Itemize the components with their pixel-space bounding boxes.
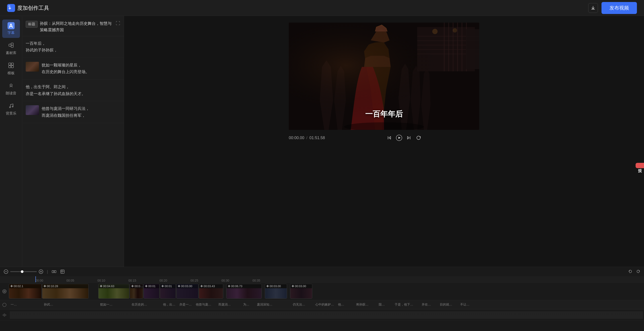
svg-rect-35 bbox=[52, 270, 54, 273]
svg-point-38 bbox=[3, 289, 6, 293]
clip-2[interactable]: ✤ 00:10.28 bbox=[42, 284, 88, 299]
subtitle-label-11: 庞涓深知… bbox=[255, 303, 290, 307]
entry-4-thumb bbox=[26, 105, 39, 115]
subtitle-label-12: 仍无法… bbox=[291, 303, 313, 307]
ruler-marks: 00:00 00:05 00:10 00:15 00:20 00:25 00:3… bbox=[36, 276, 284, 282]
svg-point-40 bbox=[3, 303, 6, 307]
subtitle-label-8: 他曾与庞… bbox=[194, 303, 216, 307]
play-button[interactable] bbox=[394, 133, 404, 143]
sidebar-item-assets[interactable]: 素材库 bbox=[2, 40, 20, 58]
zoom-in-button[interactable] bbox=[38, 269, 44, 274]
template-icon bbox=[8, 63, 14, 70]
split-button[interactable] bbox=[52, 269, 56, 274]
video-controls: 00:00.00 / 01:51.58 bbox=[289, 130, 479, 143]
sidebar-item-narration[interactable]: 朗读音 bbox=[2, 80, 20, 98]
svg-point-2 bbox=[8, 5, 10, 7]
redo-button[interactable] bbox=[636, 269, 640, 274]
entry-2-line-1: 犹如一颗璀璨的星辰， bbox=[42, 62, 120, 69]
clip-10[interactable]: ✤ 00:03.00 bbox=[265, 284, 287, 299]
entry-3-text: 他，出生于阿、郢之间， 亦是一名承继了孙武血脉的天才。 bbox=[26, 84, 120, 97]
time-total: 01:51.58 bbox=[310, 136, 325, 140]
ruler-mark-2: 00:10 bbox=[98, 279, 128, 282]
sidebar-item-template[interactable]: 模板 bbox=[2, 60, 20, 78]
header-actions: 发布视频 bbox=[588, 2, 637, 14]
clip-10-header: ✤ 00:03.00 bbox=[265, 284, 287, 288]
playhead bbox=[36, 276, 36, 282]
clip-3[interactable]: ✤ 00:04.63 bbox=[98, 284, 129, 299]
entry-4-line-1: 他曾与庞涓一同研习兵法， bbox=[42, 105, 120, 112]
script-entry-4[interactable]: 他曾与庞涓一同研习兵法， 而庞涓在魏国担任将军， bbox=[22, 101, 124, 123]
zoom-slider bbox=[4, 269, 44, 274]
expand-icon[interactable]: ⛶ bbox=[116, 21, 120, 26]
subtitle-label-13: 心中的嫉妒与不平… bbox=[314, 303, 336, 307]
sidebar-label-template: 模板 bbox=[8, 71, 14, 76]
thumb-inner-2 bbox=[26, 62, 39, 72]
skip-back-button[interactable] bbox=[384, 133, 394, 143]
entry-2-thumb bbox=[26, 62, 39, 72]
sidebar-item-bgm[interactable]: 背景乐 bbox=[2, 100, 20, 119]
svg-rect-7 bbox=[9, 63, 11, 65]
clip-5[interactable]: ✤ 00:01 bbox=[144, 284, 160, 299]
track-label-video bbox=[0, 289, 9, 293]
track-label-subtitle bbox=[0, 303, 9, 307]
time-current: 00:00.00 bbox=[289, 136, 304, 140]
audio-waveform bbox=[10, 311, 643, 319]
svg-point-12 bbox=[9, 107, 10, 108]
track-label-audio bbox=[0, 313, 9, 317]
publish-button[interactable]: 发布视频 bbox=[602, 2, 637, 14]
clip-7[interactable]: ✤ 00:03.00 bbox=[176, 284, 198, 299]
clip-9[interactable]: ✤ 00:06.73 bbox=[226, 284, 262, 299]
clip-8-header: ✤ 00:03.43 bbox=[199, 284, 223, 288]
narration-icon bbox=[8, 83, 14, 90]
svg-point-13 bbox=[12, 106, 13, 107]
entry-4-line-2: 而庞涓在魏国担任将军， bbox=[42, 112, 120, 119]
header: + 度加创作工具 发布视频 bbox=[0, 0, 644, 16]
download-icon bbox=[591, 6, 596, 11]
clip-gap-1 bbox=[89, 284, 98, 299]
svg-rect-5 bbox=[11, 43, 13, 45]
clip-2-header: ✤ 00:10.28 bbox=[42, 284, 88, 288]
sidebar-label-narration: 朗读音 bbox=[6, 91, 16, 96]
sidebar-label-assets: 素材库 bbox=[6, 51, 16, 55]
entry-1-line-1: 一百年后， bbox=[26, 40, 120, 47]
clip-6[interactable]: ✤ 00:01 bbox=[160, 284, 176, 299]
script-entry-3[interactable]: 他，出生于阿、郢之间， 亦是一名承继了孙武血脉的天才。 bbox=[22, 80, 124, 101]
skip-forward-button[interactable] bbox=[404, 133, 414, 143]
clip-1[interactable]: ✤ 00:02.1 bbox=[9, 284, 42, 299]
subtitle-label-16: 阻… bbox=[377, 303, 392, 307]
zoom-track[interactable] bbox=[10, 271, 37, 272]
feedback-button[interactable]: 反馈 bbox=[636, 163, 644, 168]
time-separator: / bbox=[306, 136, 308, 140]
crop-button[interactable] bbox=[60, 269, 65, 274]
clip-11-header: ✤ 00:03.00 bbox=[290, 284, 312, 288]
clip-gap-3 bbox=[262, 284, 264, 299]
entry-1-text: 一百年后， 孙武的子孙孙膑， bbox=[26, 40, 120, 54]
subtitle-label-10: 为… bbox=[242, 303, 255, 307]
clip-11[interactable]: ✤ 00:03.00 bbox=[290, 284, 312, 299]
zoom-out-button[interactable] bbox=[4, 269, 8, 274]
entry-3-line-1: 他，出生于阿、郢之间， bbox=[26, 84, 120, 90]
entry-1-line-2: 孙武的子孙孙膑， bbox=[26, 47, 120, 54]
undo-button[interactable] bbox=[628, 269, 633, 274]
loop-button[interactable] bbox=[414, 133, 424, 143]
app-title: 度加创作工具 bbox=[17, 5, 49, 12]
sidebar-item-subtitle[interactable]: A 字幕 bbox=[2, 20, 20, 38]
clip-3-header: ✤ 00:04.63 bbox=[98, 284, 129, 288]
download-button[interactable] bbox=[588, 3, 598, 13]
clip-4[interactable]: ✤ 00:0… bbox=[130, 284, 143, 299]
clip-8[interactable]: ✤ 00:03.43 bbox=[199, 284, 223, 299]
sidebar: A 字幕 素材库 模板 bbox=[0, 16, 22, 267]
main-area: A 字幕 素材库 模板 bbox=[0, 16, 644, 267]
ruler-mark-6: 00:30 bbox=[222, 279, 252, 282]
subtitle-icon: A bbox=[8, 22, 14, 29]
ruler-mark-3: 00:15 bbox=[128, 279, 160, 282]
ruler-mark-7: 00:35 bbox=[252, 279, 284, 282]
video-clips-container: ✤ 00:02.1 ✤ 00:10.28 ✤ 00:04.63 bbox=[9, 282, 644, 300]
content-area: 标题 孙膑：从阿郢之地走向历史舞台，智慧与策略震撼齐国 ⛶ 一百年后， 孙武的子… bbox=[22, 16, 644, 267]
video-track-content[interactable]: ✤ 00:02.1 ✤ 00:10.28 ✤ 00:04.63 bbox=[9, 282, 644, 300]
script-entry-2[interactable]: 犹如一颗璀璨的星辰， 在历史的舞台上闪亮登场。 bbox=[22, 58, 124, 80]
script-title-bar: 标题 孙膑：从阿郢之地走向历史舞台，智慧与策略震撼齐国 ⛶ bbox=[22, 16, 124, 36]
entry-4-text: 他曾与庞涓一同研习兵法， 而庞涓在魏国担任将军， bbox=[42, 105, 120, 119]
entry-2-line-2: 在历史的舞台上闪亮登场。 bbox=[42, 69, 120, 75]
script-entry-1[interactable]: 一百年后， 孙武的子孙孙膑， bbox=[22, 36, 124, 58]
